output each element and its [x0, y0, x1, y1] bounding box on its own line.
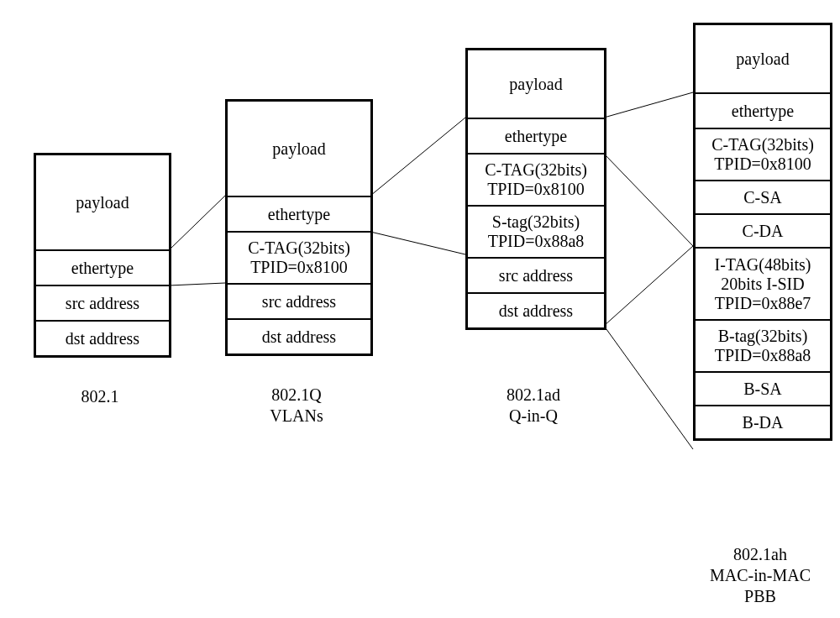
- label-802-1ad: 802.1ad Q-in-Q: [465, 385, 601, 427]
- cell-text: B-SA: [743, 380, 782, 399]
- svg-line-4: [604, 92, 693, 118]
- cell-text: dst address: [499, 301, 573, 321]
- label-802-1: 802.1: [34, 386, 166, 407]
- cell-dst-address: dst address: [468, 294, 604, 327]
- cell-c-tag: C-TAG(32bits) TPID=0x8100: [228, 233, 370, 285]
- cell-b-tag: B-tag(32bits) TPID=0x88a8: [696, 321, 830, 373]
- svg-line-3: [370, 232, 465, 254]
- cell-text: I-TAG(48bits) 20bits I-SID TPID=0x88e7: [714, 255, 811, 313]
- cell-payload: payload: [36, 155, 169, 251]
- cell-c-tag: C-TAG(32bits) TPID=0x8100: [468, 154, 604, 207]
- svg-line-5: [604, 154, 693, 246]
- cell-text: ethertype: [268, 205, 330, 224]
- cell-payload: payload: [696, 25, 830, 94]
- cell-src-address: src address: [36, 286, 169, 322]
- cell-text: payload: [272, 139, 325, 159]
- cell-text: src address: [262, 292, 336, 312]
- cell-dst-address: dst address: [36, 322, 169, 355]
- label-text: 802.1ad Q-in-Q: [507, 385, 560, 425]
- svg-line-1: [169, 283, 225, 285]
- stack-802-1: payload ethertype src address dst addres…: [34, 153, 171, 358]
- cell-text: src address: [499, 266, 573, 285]
- cell-c-sa: C-SA: [696, 181, 830, 215]
- cell-text: src address: [66, 294, 139, 313]
- cell-text: B-tag(32bits) TPID=0x88a8: [715, 327, 811, 365]
- cell-text: ethertype: [505, 127, 567, 146]
- cell-s-tag: S-tag(32bits) TPID=0x88a8: [468, 207, 604, 259]
- cell-text: dst address: [66, 329, 139, 348]
- cell-b-sa: B-SA: [696, 373, 830, 406]
- cell-dst-address: dst address: [228, 320, 370, 354]
- label-802-1ah: 802.1ah MAC-in-MAC PBB: [693, 544, 827, 607]
- cell-src-address: src address: [468, 259, 604, 294]
- cell-src-address: src address: [228, 285, 370, 320]
- cell-text: S-tag(32bits) TPID=0x88a8: [488, 212, 585, 251]
- svg-line-0: [169, 196, 225, 250]
- cell-text: payload: [76, 193, 129, 212]
- cell-ethertype: ethertype: [696, 94, 830, 129]
- cell-ethertype: ethertype: [36, 251, 169, 286]
- svg-line-6: [604, 246, 693, 326]
- label-text: 802.1: [81, 387, 119, 406]
- cell-text: C-TAG(32bits) TPID=0x8100: [248, 238, 350, 277]
- cell-ethertype: ethertype: [468, 119, 604, 154]
- cell-i-tag: I-TAG(48bits) 20bits I-SID TPID=0x88e7: [696, 249, 830, 321]
- svg-line-7: [604, 326, 693, 449]
- cell-text: ethertype: [71, 259, 134, 278]
- cell-c-da: C-DA: [696, 215, 830, 249]
- cell-text: C-TAG(32bits) TPID=0x8100: [485, 160, 587, 199]
- cell-ethertype: ethertype: [228, 197, 370, 233]
- cell-text: B-DA: [743, 413, 784, 432]
- cell-c-tag: C-TAG(32bits) TPID=0x8100: [696, 129, 830, 181]
- label-text: 802.1ah MAC-in-MAC PBB: [710, 545, 811, 605]
- cell-text: payload: [736, 50, 789, 69]
- cell-b-da: B-DA: [696, 406, 830, 438]
- cell-text: C-DA: [743, 222, 784, 241]
- cell-text: ethertype: [732, 102, 794, 121]
- stack-802-1ah: payload ethertype C-TAG(32bits) TPID=0x8…: [693, 23, 832, 441]
- cell-text: C-TAG(32bits) TPID=0x8100: [711, 135, 814, 174]
- label-802-1q: 802.1Q VLANs: [225, 385, 368, 427]
- cell-text: C-SA: [743, 188, 782, 207]
- cell-payload: payload: [228, 102, 370, 197]
- svg-line-2: [370, 118, 465, 196]
- cell-text: payload: [509, 75, 562, 94]
- stack-802-1q: payload ethertype C-TAG(32bits) TPID=0x8…: [225, 99, 373, 356]
- cell-text: dst address: [262, 327, 336, 347]
- label-text: 802.1Q VLANs: [270, 385, 323, 425]
- cell-payload: payload: [468, 50, 604, 119]
- stack-802-1ad: payload ethertype C-TAG(32bits) TPID=0x8…: [465, 48, 606, 330]
